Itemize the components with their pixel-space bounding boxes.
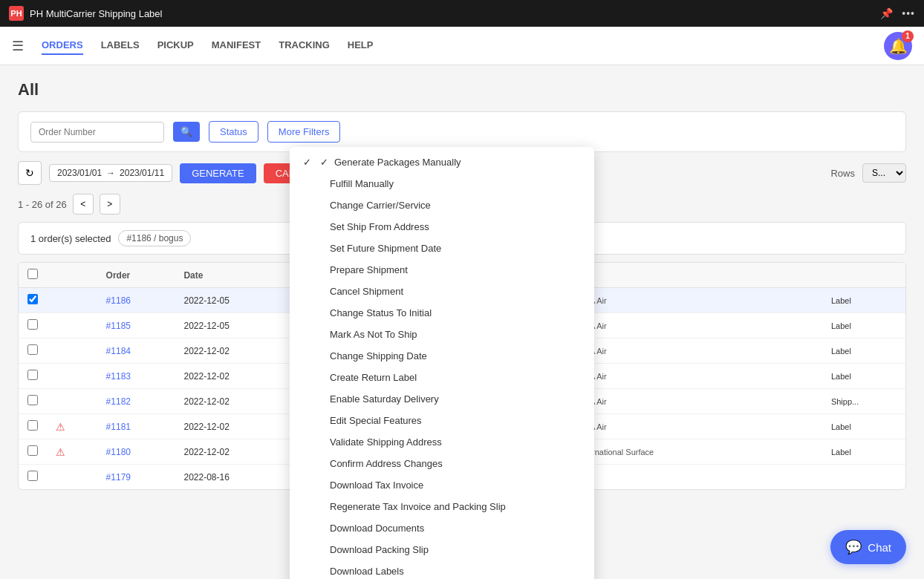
nav-manifest[interactable]: MANIFEST (212, 36, 261, 55)
pin-icon[interactable]: 📌 (880, 7, 893, 19)
row-checkbox[interactable] (27, 370, 38, 380)
order-link[interactable]: #1183 (106, 371, 131, 382)
selected-tag[interactable]: #1186 / bogus (118, 230, 191, 246)
hamburger-menu[interactable]: ☰ (12, 38, 24, 54)
dropdown-item-validate-shipping[interactable]: Validate Shipping Address (290, 431, 594, 453)
row-warning-cell: ⚠ (47, 439, 97, 465)
dropdown-item-edit-special-features[interactable]: Edit Special Features (290, 410, 594, 431)
chat-button[interactable]: 💬 Chat (830, 530, 906, 564)
dropdown-item-set-future-shipment[interactable]: Set Future Shipment Date (290, 238, 594, 259)
warning-icon: ⚠ (56, 446, 65, 458)
more-filters-button[interactable]: More Filters (267, 121, 341, 143)
col-checkbox (19, 263, 47, 288)
search-button[interactable]: 🔍 (173, 122, 200, 142)
nav-labels[interactable]: LABELS (101, 36, 140, 55)
row-label-cell: Label (822, 414, 905, 439)
dropdown-item-confirm-address[interactable]: Confirm Address Changes (290, 453, 594, 474)
dropdown-item-fulfill-manually[interactable]: Fulfill Manually (290, 173, 594, 194)
order-link[interactable]: #1185 (106, 321, 131, 331)
search-input[interactable] (30, 122, 164, 143)
row-date-cell: 2022-08-16 (175, 465, 290, 490)
row-label-cell (822, 465, 905, 490)
dropdown-item-generate-packages[interactable]: ✓Generate Packages Manually (290, 151, 594, 173)
order-link[interactable]: #1179 (106, 472, 131, 482)
col-order: Order (97, 263, 175, 288)
dropdown-item-download-tax[interactable]: Download Tax Invoice (290, 474, 594, 496)
dropdown-item-download-documents[interactable]: Download Documents (290, 517, 594, 539)
notification-bell[interactable]: 🔔 1 (884, 32, 912, 60)
row-checkbox[interactable] (27, 294, 38, 304)
row-checkbox[interactable] (27, 319, 38, 330)
dropdown-item-cancel-shipment[interactable]: Cancel Shipment (290, 281, 594, 302)
more-icon[interactable]: ••• (902, 7, 915, 19)
row-label-cell: Label (822, 288, 905, 313)
filter-bar: 🔍 Status More Filters (18, 111, 906, 152)
dropdown-item-create-return-label[interactable]: Create Return Label (290, 367, 594, 388)
nav-tracking[interactable]: TRACKING (279, 36, 330, 55)
page-header: All (18, 80, 906, 99)
rows-label: Rows (830, 168, 855, 179)
row-order-cell: #1186 (97, 288, 175, 313)
app-name: PH MultiCarrier Shipping Label (30, 8, 162, 19)
row-checkbox[interactable] (27, 420, 38, 431)
page-title: All (18, 80, 906, 99)
order-link[interactable]: #1182 (106, 396, 131, 407)
row-order-cell: #1185 (97, 313, 175, 338)
row-order-cell: #1180 (97, 439, 175, 465)
row-checkbox-cell (19, 465, 47, 490)
row-checkbox-cell (19, 414, 47, 439)
date-range[interactable]: 2023/01/01 → 2023/01/11 (49, 164, 172, 182)
nav-pickup[interactable]: PICKUP (157, 36, 194, 55)
prev-page-button[interactable]: < (73, 194, 94, 215)
row-warning-cell (47, 313, 97, 338)
row-warning-cell (47, 465, 97, 490)
chat-icon: 💬 (845, 539, 862, 555)
dropdown-item-prepare-shipment[interactable]: Prepare Shipment (290, 259, 594, 281)
row-label-cell: Label (822, 439, 905, 465)
row-checkbox[interactable] (27, 471, 38, 481)
row-checkbox[interactable] (27, 395, 38, 405)
dropdown-item-change-status-initial[interactable]: Change Status To Initial (290, 302, 594, 324)
date-from: 2023/01/01 (57, 168, 102, 178)
row-checkbox-cell (19, 313, 47, 338)
dropdown-item-mark-not-to-ship[interactable]: Mark As Not To Ship (290, 324, 594, 345)
generate-button[interactable]: GENERATE (180, 163, 256, 183)
order-link[interactable]: #1181 (106, 422, 131, 432)
row-date-cell: 2022-12-02 (175, 414, 290, 439)
notification-badge: 1 (902, 30, 914, 42)
dropdown-item-change-shipping-date[interactable]: Change Shipping Date (290, 345, 594, 367)
rows-select[interactable]: S... 25 50 100 (862, 163, 906, 183)
order-link[interactable]: #1184 (106, 346, 131, 356)
check-mark: ✓ (320, 157, 328, 168)
selected-count: 1 order(s) selected (30, 233, 111, 244)
context-dropdown: ✓Generate Packages ManuallyFulfill Manua… (290, 147, 594, 579)
next-page-button[interactable]: > (100, 194, 120, 215)
dropdown-item-set-ship-from[interactable]: Set Ship From Address (290, 216, 594, 238)
nav-orders[interactable]: ORDERS (42, 36, 83, 55)
select-all-checkbox[interactable] (27, 269, 38, 279)
row-order-cell: #1183 (97, 364, 175, 389)
dropdown-item-regenerate-tax[interactable]: Regenerate Tax Invoice and Packing Slip (290, 496, 594, 517)
dropdown-item-change-carrier[interactable]: Change Carrier/Service (290, 194, 594, 216)
col-warning (47, 263, 97, 288)
row-checkbox[interactable] (27, 445, 38, 456)
date-to: 2023/01/11 (120, 168, 164, 178)
order-link[interactable]: #1180 (106, 447, 131, 457)
order-link[interactable]: #1186 (106, 295, 131, 306)
row-date-cell: 2022-12-05 (175, 288, 290, 313)
row-checkbox[interactable] (27, 344, 38, 355)
row-label-cell: Shipp... (822, 389, 905, 414)
nav-help[interactable]: HELP (348, 36, 374, 55)
dropdown-item-download-packing[interactable]: Download Packing Slip (290, 539, 594, 560)
status-filter[interactable]: Status (209, 121, 258, 143)
row-checkbox-cell (19, 338, 47, 364)
nav-links: ORDERS LABELS PICKUP MANIFEST TRACKING H… (42, 36, 866, 55)
row-date-cell: 2022-12-02 (175, 338, 290, 364)
row-warning-cell: ⚠ (47, 414, 97, 439)
dropdown-item-enable-saturday[interactable]: Enable Saturday Delivery (290, 388, 594, 410)
dropdown-item-download-labels[interactable]: Download Labels (290, 560, 594, 579)
refresh-button[interactable]: ↻ (18, 161, 42, 185)
col-label (822, 263, 905, 288)
row-warning-cell (47, 364, 97, 389)
pagination-info: 1 - 26 of 26 (18, 199, 67, 210)
